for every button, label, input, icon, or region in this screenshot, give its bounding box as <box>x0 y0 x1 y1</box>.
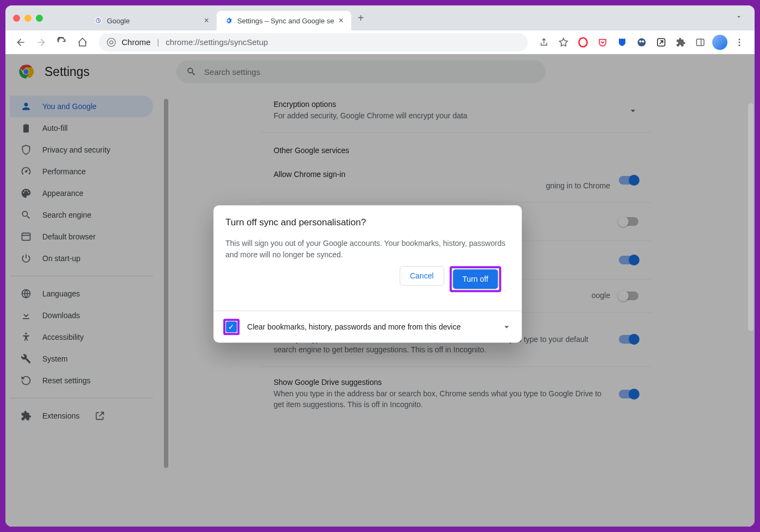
svg-point-4 <box>638 38 646 46</box>
profile-avatar[interactable] <box>711 34 729 51</box>
address-bar[interactable]: Chrome | chrome://settings/syncSetup <box>99 33 528 52</box>
tab-settings[interactable]: Settings – Sync and Google se × <box>217 11 351 30</box>
sidepanel-icon[interactable] <box>692 34 709 51</box>
extension-icon-4[interactable] <box>633 34 650 51</box>
forward-button[interactable] <box>33 34 50 51</box>
url-scheme-label: Chrome <box>122 37 150 47</box>
extensions-menu-icon[interactable] <box>672 34 689 51</box>
share-icon[interactable] <box>535 34 553 51</box>
cancel-button[interactable]: Cancel <box>400 266 444 286</box>
toolbar-actions <box>535 34 748 51</box>
new-tab-button[interactable]: + <box>351 12 371 24</box>
svg-point-3 <box>579 37 587 47</box>
tab-label: Google <box>107 17 130 25</box>
tab-bar: Google × Settings – Sync and Google se ×… <box>5 5 755 30</box>
minimize-window-button[interactable] <box>24 15 31 22</box>
window-controls <box>13 15 43 22</box>
turn-off-sync-dialog: Turn off sync and personalisation? This … <box>213 205 522 343</box>
svg-point-5 <box>639 40 641 42</box>
close-tab-icon[interactable]: × <box>339 16 344 26</box>
tab-label: Settings – Sync and Google se <box>237 17 334 25</box>
home-button[interactable] <box>74 34 91 51</box>
svg-point-1 <box>107 38 116 46</box>
browser-window: Google × Settings – Sync and Google se ×… <box>5 5 755 527</box>
clear-data-checkbox[interactable]: ✓ <box>226 321 237 332</box>
extension-icon-5[interactable] <box>653 34 670 51</box>
extension-pocket-icon[interactable] <box>594 34 611 51</box>
tabs-dropdown-icon[interactable] <box>731 13 747 23</box>
extension-bitwarden-icon[interactable] <box>613 34 631 51</box>
extension-opera-icon[interactable] <box>574 34 592 51</box>
url-path: chrome://settings/syncSetup <box>166 37 268 47</box>
toolbar: Chrome | chrome://settings/syncSetup <box>5 30 755 54</box>
svg-point-6 <box>642 40 644 42</box>
svg-point-11 <box>739 41 740 43</box>
close-window-button[interactable] <box>13 15 20 22</box>
checkbox-label: Clear bookmarks, history, passwords and … <box>247 322 493 331</box>
highlight-turnoff: Turn off <box>449 266 501 292</box>
highlight-checkbox: ✓ <box>223 319 239 335</box>
bookmark-icon[interactable] <box>555 34 572 51</box>
maximize-window-button[interactable] <box>36 15 43 22</box>
kebab-menu-icon[interactable] <box>731 34 748 51</box>
svg-point-10 <box>739 39 740 40</box>
page-scrollbar[interactable] <box>748 103 753 521</box>
dialog-title: Turn off sync and personalisation? <box>225 217 510 228</box>
svg-rect-8 <box>696 39 704 46</box>
turn-off-button[interactable]: Turn off <box>453 269 498 289</box>
gear-icon <box>224 16 233 25</box>
back-button[interactable] <box>12 34 29 51</box>
chrome-icon <box>106 37 116 47</box>
tab-google[interactable]: Google × <box>86 11 217 30</box>
svg-point-12 <box>739 44 740 46</box>
dialog-body-text: This will sign you out of your Google ac… <box>225 238 510 261</box>
chevron-down-icon[interactable] <box>501 321 512 332</box>
reload-button[interactable] <box>53 34 71 51</box>
close-tab-icon[interactable]: × <box>204 16 209 26</box>
google-favicon-icon <box>94 16 103 25</box>
